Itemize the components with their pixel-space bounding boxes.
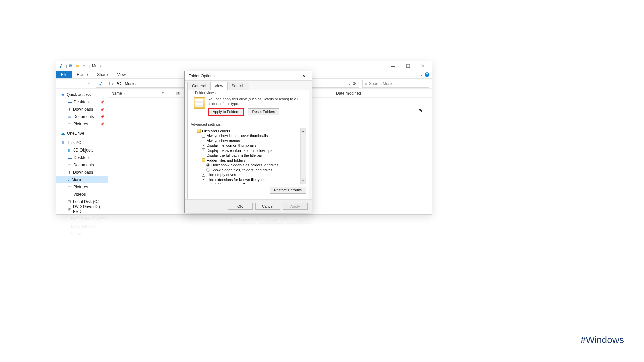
music-icon: ♪: [68, 177, 70, 182]
nav-music[interactable]: ♪Music: [56, 176, 108, 183]
reset-folders-button[interactable]: Reset Folders: [248, 108, 279, 115]
help-icon[interactable]: ?: [425, 72, 429, 77]
breadcrumb[interactable]: This PC: [107, 81, 121, 86]
nav-pane: ★ Quick access ▬Desktop📌 ⬇Downloads📌 ▭Do…: [56, 89, 108, 214]
tree-folder[interactable]: Files and Folders: [192, 129, 300, 134]
radio-icon: [206, 163, 210, 167]
checkbox-icon: [202, 183, 205, 184]
col-num[interactable]: #: [162, 91, 175, 96]
setting-checkbox[interactable]: Always show icons, never thumbnails: [192, 133, 300, 138]
checkbox-icon: [202, 139, 205, 142]
tab-file[interactable]: File: [56, 71, 72, 78]
scroll-up-icon[interactable]: ▴: [301, 128, 306, 133]
setting-checkbox[interactable]: Hide extensions for known file types: [192, 177, 300, 182]
folder-icon: [202, 158, 205, 162]
disc-icon: ◉: [68, 207, 71, 212]
tab-view[interactable]: View: [210, 82, 228, 90]
setting-radio[interactable]: Don't show hidden files, folders, or dri…: [192, 163, 300, 168]
search-input[interactable]: ⌕ Search Music: [362, 80, 429, 88]
ok-button[interactable]: OK: [228, 203, 253, 210]
pictures-icon: ▭: [68, 185, 71, 189]
nav-desktop[interactable]: ▬Desktop📌: [56, 98, 108, 106]
folder-view-icon: [194, 97, 205, 109]
tab-view[interactable]: View: [112, 71, 130, 78]
dialog-title: Folder Options: [188, 74, 215, 78]
scrollbar[interactable]: ▴ ▾: [300, 128, 306, 184]
back-button[interactable]: ←: [59, 80, 66, 87]
nav-3d-objects[interactable]: ◧3D Objects: [56, 146, 108, 154]
advanced-settings-list[interactable]: ▴ ▾ Files and Folders Always show icons,…: [191, 128, 306, 184]
setting-radio[interactable]: Show hidden files, folders, and drives: [192, 168, 300, 173]
checkbox-icon: [202, 148, 205, 152]
up-button[interactable]: ↑: [85, 80, 93, 87]
save-icon[interactable]: [68, 63, 73, 69]
cancel-button[interactable]: Cancel: [255, 203, 280, 210]
tab-search[interactable]: Search: [227, 82, 249, 90]
setting-checkbox[interactable]: Display file icon on thumbnails: [192, 143, 300, 148]
apply-to-folders-button[interactable]: Apply to Folders: [208, 108, 244, 115]
forward-button[interactable]: →: [68, 80, 75, 87]
folder-views-group: Folder views You can apply this view (su…: [191, 93, 306, 119]
close-button[interactable]: ✕: [415, 61, 430, 71]
cube-icon: ◧: [68, 148, 71, 153]
restore-defaults-button[interactable]: Restore Defaults: [270, 187, 306, 194]
nav-downloads-pc[interactable]: ⬇Downloads: [56, 169, 108, 176]
tree-folder[interactable]: Hidden files and folders: [192, 158, 300, 163]
setting-checkbox[interactable]: Hide empty drives: [192, 172, 300, 177]
dialog-titlebar[interactable]: Folder Options ✕: [185, 71, 312, 81]
nav-videos[interactable]: ▭Videos: [56, 191, 108, 198]
nav-quick-access[interactable]: ★ Quick access: [56, 91, 108, 98]
scroll-down-icon[interactable]: ▾: [301, 178, 306, 184]
col-date[interactable]: Date modified: [336, 91, 361, 96]
nav-desktop-pc[interactable]: ▬Desktop: [56, 154, 108, 161]
apply-button[interactable]: Apply: [283, 203, 308, 210]
documents-icon: ▭: [68, 163, 71, 167]
tab-home[interactable]: Home: [72, 71, 92, 78]
setting-checkbox[interactable]: Hide folder merge conflicts: [192, 182, 300, 184]
nav-documents-pc[interactable]: ▭Documents: [56, 161, 108, 169]
dialog-tabs: General View Search: [185, 81, 312, 90]
setting-checkbox[interactable]: Always show menus: [192, 138, 300, 143]
chevron-down-icon[interactable]: ⌄: [348, 82, 351, 85]
dropdown-icon[interactable]: ▾: [82, 63, 87, 69]
col-name[interactable]: Name▴: [111, 91, 162, 96]
refresh-button[interactable]: ⟳: [351, 81, 357, 87]
checkbox-icon: [202, 154, 205, 157]
nav-pictures[interactable]: ▭Pictures📌: [56, 120, 108, 128]
downloads-icon: ⬇: [68, 170, 71, 175]
minimize-button[interactable]: —: [386, 61, 400, 71]
group-label: Folder views: [194, 90, 217, 95]
pin-icon: 📌: [100, 115, 104, 119]
downloads-icon: ⬇: [68, 107, 71, 112]
nav-dvd-drive[interactable]: ◉DVD Drive (D:) ESD-: [56, 205, 108, 213]
dialog-footer: OK Cancel Apply: [185, 199, 312, 213]
star-icon: ★: [61, 92, 65, 97]
nav-downloads[interactable]: ⬇Downloads📌: [56, 106, 108, 113]
pin-icon: 📌: [100, 100, 104, 104]
videos-icon: ▭: [68, 192, 71, 197]
tab-share[interactable]: Share: [92, 71, 112, 78]
reflection: DVD Drive (D:) ESD- Local Disk (C:) Vide…: [60, 215, 109, 237]
titlebar[interactable]: | ▾ | Music — ☐ ✕: [56, 61, 432, 71]
checkbox-icon: [202, 144, 205, 147]
recent-dropdown[interactable]: ⌄: [76, 80, 84, 87]
dialog-close-button[interactable]: ✕: [299, 73, 308, 79]
nav-onedrive[interactable]: ☁OneDrive: [56, 130, 108, 137]
advanced-label: Advanced settings:: [191, 122, 306, 126]
maximize-button[interactable]: ☐: [400, 61, 415, 71]
setting-checkbox[interactable]: Display the full path in the title bar: [192, 153, 300, 158]
nav-documents[interactable]: ▭Documents📌: [56, 113, 108, 120]
checkbox-icon: [202, 178, 205, 181]
ribbon-chevron-icon[interactable]: ⌄: [420, 73, 423, 76]
breadcrumb[interactable]: Music: [125, 81, 135, 86]
setting-checkbox[interactable]: Display file size information in folder …: [192, 148, 300, 153]
desktop-icon: ▬: [68, 155, 72, 160]
tab-general[interactable]: General: [187, 82, 211, 90]
music-icon: [98, 81, 103, 86]
nav-pictures-pc[interactable]: ▭Pictures: [56, 183, 108, 191]
search-icon: ⌕: [365, 81, 367, 86]
pin-icon: 📌: [100, 122, 104, 126]
dialog-panel: Folder views You can apply this view (su…: [187, 90, 309, 199]
music-icon: [58, 63, 64, 69]
nav-this-pc[interactable]: 🖥This PC: [56, 139, 108, 146]
